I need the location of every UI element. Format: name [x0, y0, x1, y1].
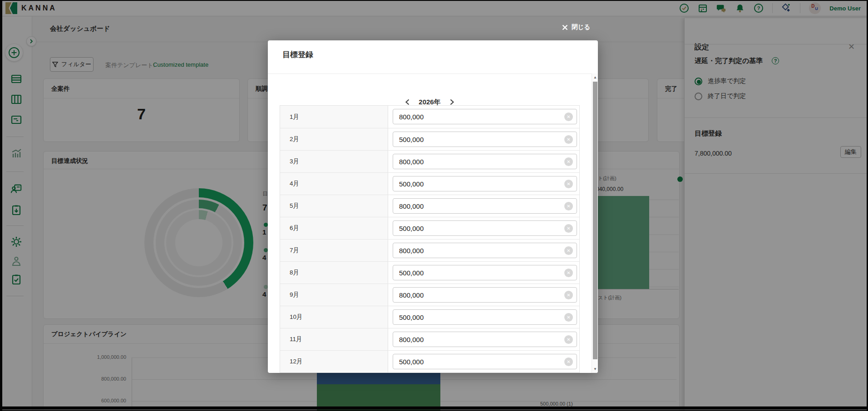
month-goal-input[interactable] — [393, 154, 577, 169]
month-label: 7月 — [280, 240, 388, 261]
goal-registration-modal: 目標登録 2026年 1月 ✕ 2月 ✕ 3月 ✕ — [268, 40, 598, 373]
month-goal-input[interactable] — [393, 176, 577, 191]
month-goal-row: 6月 ✕ — [280, 217, 579, 239]
scroll-up-arrow[interactable]: ▲ — [592, 75, 598, 79]
month-goal-input[interactable] — [393, 287, 577, 303]
window-border — [0, 0, 868, 1]
month-goal-row: 8月 ✕ — [280, 261, 579, 284]
clear-input-icon[interactable]: ✕ — [564, 357, 573, 366]
month-goal-row: 11月 ✕ — [280, 328, 579, 350]
month-label: 1月 — [280, 106, 388, 128]
scroll-down-arrow[interactable]: ▼ — [592, 367, 598, 371]
month-goal-input[interactable] — [393, 198, 577, 214]
clear-input-icon[interactable]: ✕ — [564, 135, 573, 144]
month-goal-input[interactable] — [393, 109, 577, 124]
month-label: 11月 — [280, 328, 388, 350]
month-goal-row: 10月 ✕ — [280, 306, 579, 328]
clear-input-icon[interactable]: ✕ — [564, 291, 573, 299]
month-goal-row: 2月 ✕ — [280, 128, 579, 150]
clear-input-icon[interactable]: ✕ — [564, 313, 573, 322]
month-goal-input[interactable] — [393, 220, 577, 236]
month-goal-input[interactable] — [393, 265, 577, 280]
app-root: KANNA ? — [0, 0, 868, 411]
month-goal-row: 7月 ✕ — [280, 239, 579, 261]
month-goal-row: 9月 ✕ — [280, 284, 579, 306]
month-goal-input[interactable] — [393, 243, 577, 258]
month-label: 8月 — [280, 262, 388, 284]
clear-input-icon[interactable]: ✕ — [564, 269, 573, 277]
month-label: 5月 — [280, 195, 388, 217]
clear-input-icon[interactable]: ✕ — [564, 202, 573, 210]
clear-input-icon[interactable]: ✕ — [564, 246, 573, 255]
month-label: 9月 — [280, 284, 388, 306]
modal-scrollbar[interactable]: ▲ ▼ — [592, 73, 598, 373]
month-goal-row: 12月 ✕ — [280, 350, 579, 372]
modal-close-label: 閉じる — [572, 23, 590, 31]
modal-title: 目標登録 — [282, 49, 313, 60]
month-label: 4月 — [280, 173, 388, 195]
month-goal-row: 1月 ✕ — [280, 106, 579, 128]
month-goal-input[interactable] — [393, 132, 577, 147]
clear-input-icon[interactable]: ✕ — [564, 180, 573, 188]
goal-table: 1月 ✕ 2月 ✕ 3月 ✕ 4月 ✕ 5月 ✕ 6月 — [280, 105, 580, 373]
clear-input-icon[interactable]: ✕ — [564, 113, 573, 121]
month-label: 6月 — [280, 217, 388, 239]
month-goal-row: 4月 ✕ — [280, 172, 579, 195]
month-label: 10月 — [280, 306, 388, 328]
modal-close-button[interactable]: 閉じる — [562, 23, 590, 31]
month-goal-row: 3月 ✕ — [280, 150, 579, 172]
window-border — [0, 0, 2, 411]
bottom-black-band — [0, 406, 868, 410]
scrollbar-thumb[interactable] — [593, 82, 597, 359]
month-label: 3月 — [280, 151, 388, 172]
clear-input-icon[interactable]: ✕ — [564, 335, 573, 344]
clear-input-icon[interactable]: ✕ — [564, 157, 573, 166]
clear-input-icon[interactable]: ✕ — [564, 224, 573, 233]
month-goal-input[interactable] — [393, 309, 577, 325]
close-x-icon — [562, 24, 568, 30]
month-label: 2月 — [280, 128, 388, 150]
month-goal-row: 5月 ✕ — [280, 195, 579, 217]
month-label: 12月 — [280, 351, 388, 372]
month-goal-input[interactable] — [393, 332, 577, 347]
month-goal-input[interactable] — [393, 354, 577, 369]
